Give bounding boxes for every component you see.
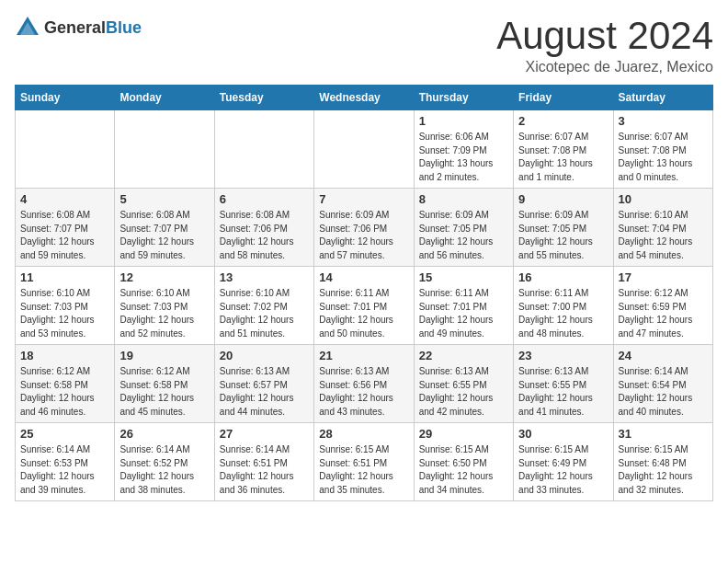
day-cell bbox=[115, 110, 214, 189]
day-number: 22 bbox=[419, 349, 508, 362]
day-info: Sunrise: 6:10 AMSunset: 7:04 PMDaylight:… bbox=[619, 209, 708, 262]
day-info: Sunrise: 6:13 AMSunset: 6:57 PMDaylight:… bbox=[220, 365, 309, 419]
day-info: Sunrise: 6:14 AMSunset: 6:53 PMDaylight:… bbox=[20, 443, 109, 497]
day-info: Sunrise: 6:07 AMSunset: 7:08 PMDaylight:… bbox=[619, 131, 708, 184]
day-number: 15 bbox=[419, 270, 508, 284]
day-info: Sunrise: 6:10 AMSunset: 7:02 PMDaylight:… bbox=[220, 287, 309, 340]
month-title: August 2024 bbox=[496, 15, 713, 57]
day-number: 8 bbox=[419, 192, 508, 206]
day-cell: 22Sunrise: 6:13 AMSunset: 6:55 PMDayligh… bbox=[414, 345, 513, 423]
day-cell: 24Sunrise: 6:14 AMSunset: 6:54 PMDayligh… bbox=[613, 345, 712, 423]
day-number: 5 bbox=[119, 192, 209, 206]
weekday-header-row: SundayMondayTuesdayWednesdayThursdayFrid… bbox=[16, 86, 713, 110]
day-cell: 19Sunrise: 6:12 AMSunset: 6:58 PMDayligh… bbox=[115, 345, 214, 423]
day-number: 27 bbox=[220, 427, 309, 441]
day-cell: 3Sunrise: 6:07 AMSunset: 7:08 PMDaylight… bbox=[613, 110, 712, 189]
day-info: Sunrise: 6:12 AMSunset: 6:59 PMDaylight:… bbox=[619, 287, 708, 340]
weekday-header-sunday: Sunday bbox=[16, 86, 115, 110]
day-info: Sunrise: 6:13 AMSunset: 6:55 PMDaylight:… bbox=[518, 365, 608, 419]
day-number: 28 bbox=[319, 427, 408, 441]
day-info: Sunrise: 6:13 AMSunset: 6:55 PMDaylight:… bbox=[419, 365, 508, 419]
day-info: Sunrise: 6:15 AMSunset: 6:50 PMDaylight:… bbox=[419, 443, 508, 497]
day-number: 30 bbox=[518, 427, 608, 441]
day-number: 1 bbox=[419, 114, 508, 128]
day-info: Sunrise: 6:15 AMSunset: 6:48 PMDaylight:… bbox=[619, 443, 708, 497]
day-cell: 26Sunrise: 6:14 AMSunset: 6:52 PMDayligh… bbox=[115, 423, 214, 501]
day-cell: 8Sunrise: 6:09 AMSunset: 7:05 PMDaylight… bbox=[414, 189, 513, 267]
day-info: Sunrise: 6:08 AMSunset: 7:06 PMDaylight:… bbox=[220, 209, 309, 262]
day-cell: 28Sunrise: 6:15 AMSunset: 6:51 PMDayligh… bbox=[314, 423, 414, 501]
logo-text-general: General bbox=[44, 18, 106, 37]
day-info: Sunrise: 6:11 AMSunset: 7:01 PMDaylight:… bbox=[319, 287, 408, 340]
day-info: Sunrise: 6:13 AMSunset: 6:56 PMDaylight:… bbox=[319, 365, 408, 419]
day-cell: 14Sunrise: 6:11 AMSunset: 7:01 PMDayligh… bbox=[314, 267, 414, 345]
day-cell: 29Sunrise: 6:15 AMSunset: 6:50 PMDayligh… bbox=[414, 423, 513, 501]
day-number: 21 bbox=[319, 349, 408, 362]
day-number: 18 bbox=[20, 349, 109, 362]
weekday-header-saturday: Saturday bbox=[613, 86, 712, 110]
day-cell: 30Sunrise: 6:15 AMSunset: 6:49 PMDayligh… bbox=[514, 423, 613, 501]
week-row-3: 11Sunrise: 6:10 AMSunset: 7:03 PMDayligh… bbox=[16, 267, 713, 345]
day-info: Sunrise: 6:09 AMSunset: 7:05 PMDaylight:… bbox=[518, 209, 608, 262]
logo-text-blue: Blue bbox=[106, 18, 142, 37]
day-cell bbox=[214, 110, 313, 189]
day-info: Sunrise: 6:09 AMSunset: 7:05 PMDaylight:… bbox=[419, 209, 508, 262]
day-number: 25 bbox=[20, 427, 109, 441]
day-cell: 21Sunrise: 6:13 AMSunset: 6:56 PMDayligh… bbox=[314, 345, 414, 423]
day-info: Sunrise: 6:06 AMSunset: 7:09 PMDaylight:… bbox=[419, 131, 508, 184]
weekday-header-thursday: Thursday bbox=[414, 86, 513, 110]
day-number: 9 bbox=[518, 192, 608, 206]
day-info: Sunrise: 6:15 AMSunset: 6:49 PMDaylight:… bbox=[518, 443, 608, 497]
day-cell: 4Sunrise: 6:08 AMSunset: 7:07 PMDaylight… bbox=[16, 189, 115, 267]
day-info: Sunrise: 6:08 AMSunset: 7:07 PMDaylight:… bbox=[20, 209, 109, 262]
day-cell: 2Sunrise: 6:07 AMSunset: 7:08 PMDaylight… bbox=[514, 110, 613, 189]
day-info: Sunrise: 6:12 AMSunset: 6:58 PMDaylight:… bbox=[20, 365, 109, 419]
day-number: 10 bbox=[619, 192, 708, 206]
day-cell: 16Sunrise: 6:11 AMSunset: 7:00 PMDayligh… bbox=[514, 267, 613, 345]
day-number: 17 bbox=[619, 270, 708, 284]
day-info: Sunrise: 6:11 AMSunset: 7:00 PMDaylight:… bbox=[518, 287, 608, 340]
day-number: 2 bbox=[518, 114, 608, 128]
day-cell: 20Sunrise: 6:13 AMSunset: 6:57 PMDayligh… bbox=[214, 345, 313, 423]
title-block: August 2024 Xicotepec de Juarez, Mexico bbox=[496, 15, 713, 75]
day-number: 23 bbox=[518, 349, 608, 362]
day-cell bbox=[16, 110, 115, 189]
day-info: Sunrise: 6:15 AMSunset: 6:51 PMDaylight:… bbox=[319, 443, 408, 497]
day-info: Sunrise: 6:07 AMSunset: 7:08 PMDaylight:… bbox=[518, 131, 608, 184]
day-number: 19 bbox=[119, 349, 209, 362]
day-info: Sunrise: 6:08 AMSunset: 7:07 PMDaylight:… bbox=[119, 209, 209, 262]
week-row-2: 4Sunrise: 6:08 AMSunset: 7:07 PMDaylight… bbox=[16, 189, 713, 267]
day-cell: 25Sunrise: 6:14 AMSunset: 6:53 PMDayligh… bbox=[16, 423, 115, 501]
day-info: Sunrise: 6:10 AMSunset: 7:03 PMDaylight:… bbox=[119, 287, 209, 340]
day-cell bbox=[314, 110, 414, 189]
day-number: 16 bbox=[518, 270, 608, 284]
week-row-4: 18Sunrise: 6:12 AMSunset: 6:58 PMDayligh… bbox=[16, 345, 713, 423]
day-cell: 6Sunrise: 6:08 AMSunset: 7:06 PMDaylight… bbox=[214, 189, 313, 267]
day-cell: 5Sunrise: 6:08 AMSunset: 7:07 PMDaylight… bbox=[115, 189, 214, 267]
day-cell: 15Sunrise: 6:11 AMSunset: 7:01 PMDayligh… bbox=[414, 267, 513, 345]
location-title: Xicotepec de Juarez, Mexico bbox=[496, 59, 713, 75]
day-info: Sunrise: 6:09 AMSunset: 7:06 PMDaylight:… bbox=[319, 209, 408, 262]
day-info: Sunrise: 6:14 AMSunset: 6:52 PMDaylight:… bbox=[119, 443, 209, 497]
day-number: 13 bbox=[220, 270, 309, 284]
weekday-header-tuesday: Tuesday bbox=[214, 86, 313, 110]
day-info: Sunrise: 6:14 AMSunset: 6:54 PMDaylight:… bbox=[619, 365, 708, 419]
weekday-header-wednesday: Wednesday bbox=[314, 86, 414, 110]
day-info: Sunrise: 6:12 AMSunset: 6:58 PMDaylight:… bbox=[119, 365, 209, 419]
day-number: 3 bbox=[619, 114, 708, 128]
logo-icon bbox=[15, 15, 40, 40]
day-number: 7 bbox=[319, 192, 408, 206]
day-cell: 31Sunrise: 6:15 AMSunset: 6:48 PMDayligh… bbox=[613, 423, 712, 501]
day-number: 14 bbox=[319, 270, 408, 284]
day-cell: 27Sunrise: 6:14 AMSunset: 6:51 PMDayligh… bbox=[214, 423, 313, 501]
day-cell: 9Sunrise: 6:09 AMSunset: 7:05 PMDaylight… bbox=[514, 189, 613, 267]
calendar-table: SundayMondayTuesdayWednesdayThursdayFrid… bbox=[15, 85, 713, 501]
day-cell: 17Sunrise: 6:12 AMSunset: 6:59 PMDayligh… bbox=[613, 267, 712, 345]
day-info: Sunrise: 6:10 AMSunset: 7:03 PMDaylight:… bbox=[20, 287, 109, 340]
logo: GeneralBlue bbox=[15, 15, 142, 40]
day-info: Sunrise: 6:14 AMSunset: 6:51 PMDaylight:… bbox=[220, 443, 309, 497]
day-number: 31 bbox=[619, 427, 708, 441]
day-cell: 1Sunrise: 6:06 AMSunset: 7:09 PMDaylight… bbox=[414, 110, 513, 189]
day-number: 6 bbox=[220, 192, 309, 206]
day-info: Sunrise: 6:11 AMSunset: 7:01 PMDaylight:… bbox=[419, 287, 508, 340]
